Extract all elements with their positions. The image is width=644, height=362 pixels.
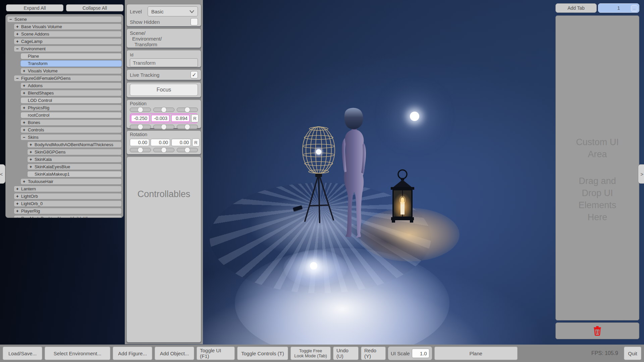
slider-knob[interactable] (161, 107, 167, 113)
tree-item-rawmodedesktopalwaysvisibleui[interactable]: +RawModeDesktopAlwaysVisibleUI (14, 215, 122, 218)
collapse-left-panel-handle[interactable]: < (0, 164, 5, 184)
expand-icon[interactable]: + (16, 208, 21, 214)
collapse-icon[interactable]: − (9, 17, 14, 22)
trash-drop-zone[interactable] (555, 322, 639, 339)
rotation-z-input[interactable] (171, 139, 191, 146)
show-hidden-checkbox[interactable] (191, 18, 198, 25)
tree-item-addons[interactable]: +Addons (20, 82, 122, 89)
add-tab-button[interactable]: Add Tab (555, 3, 597, 13)
add-object-button[interactable]: Add Object... (155, 347, 194, 360)
toggle-ui-f1-button[interactable]: Toggle UI (F1) (197, 347, 235, 360)
light-orb-0[interactable] (310, 262, 317, 269)
collapse-all-button[interactable]: Collapse All (66, 4, 123, 11)
tree-item-lightorb[interactable]: +LightOrb (14, 193, 122, 199)
tree-item-bodyandmouthaobentnormalthickness[interactable]: +BodyAndMouthAOBentNormalThickness (27, 141, 122, 148)
plane-button[interactable]: Plane (434, 347, 518, 360)
tree-item-bones[interactable]: +Bones (20, 119, 122, 126)
redo-y-button[interactable]: Redo (Y) (361, 347, 386, 360)
collapse-right-panel-handle[interactable]: > (638, 164, 644, 184)
tree-item-environment[interactable]: −Environment (14, 46, 122, 52)
level-dropdown[interactable]: Basic (148, 6, 198, 16)
tree-item-sking8gpgens[interactable]: +SkinG8GPGens (27, 149, 122, 155)
tree-item-base-visuals-volume[interactable]: +Base Visuals Volume (14, 23, 122, 30)
tree-item-skinkalamakeup1[interactable]: SkinKalaMakeup1 (27, 171, 122, 177)
expand-icon[interactable]: + (23, 90, 28, 96)
tree-item-cagelamp[interactable]: +CageLamp (14, 38, 122, 45)
tree-item-lantern[interactable]: +Lantern (14, 186, 122, 192)
expand-icon[interactable]: + (16, 32, 21, 37)
expand-icon[interactable]: + (16, 186, 21, 191)
rotation-y-slider[interactable] (153, 148, 174, 152)
live-tracking-checkbox[interactable]: ✓ (191, 71, 198, 78)
select-environment-button[interactable]: Select Environment... (45, 347, 110, 360)
rotation-z-slider[interactable] (177, 148, 198, 152)
position-x-slider[interactable] (130, 108, 151, 112)
add-figure-button[interactable]: Add Figure... (113, 347, 152, 360)
expand-icon[interactable]: + (30, 142, 35, 147)
expand-icon[interactable]: + (30, 149, 35, 155)
load-save-button[interactable]: Load/Save... (3, 347, 42, 360)
expand-icon[interactable]: + (23, 105, 28, 110)
toggle-controls-t-button[interactable]: Toggle Controls (T) (237, 347, 288, 360)
expand-icon[interactable]: + (16, 194, 21, 199)
tree-item-lightorb-0[interactable]: +LightOrb_0 (14, 200, 122, 207)
expand-icon[interactable]: + (23, 83, 28, 88)
ui-scale-input[interactable] (412, 349, 429, 358)
position-z-slider[interactable] (177, 108, 198, 112)
custom-ui-tab-1[interactable]: 1 ... (598, 3, 639, 13)
slider-knob[interactable] (161, 124, 167, 130)
slider-knob[interactable] (184, 107, 190, 113)
tree-item-skins[interactable]: −Skins (20, 134, 122, 140)
rotation-x-slider[interactable] (130, 148, 151, 152)
position-y-input[interactable] (151, 115, 170, 122)
tree-item-scene-addons[interactable]: +Scene Addons (14, 31, 122, 37)
tree-item-visuals-volume[interactable]: +Visuals Volume (20, 68, 122, 74)
expand-icon[interactable]: + (23, 120, 28, 125)
tree-item-toulousehair[interactable]: +ToulouseHair (20, 178, 122, 185)
light-orb[interactable] (410, 112, 419, 121)
slider-knob[interactable] (138, 147, 143, 153)
tree-item-blendshapes[interactable]: +BlendShapes (20, 90, 122, 96)
tree-item-figureg8femalegpgens[interactable]: −FigureG8FemaleGPGens (14, 75, 122, 81)
figure-model[interactable] (332, 107, 377, 242)
tree-item-controls[interactable]: +Controls (20, 127, 122, 133)
lantern-model[interactable] (385, 167, 420, 226)
expand-icon[interactable]: + (16, 216, 21, 218)
rotation-y-input[interactable] (151, 139, 170, 146)
expand-icon[interactable]: + (30, 164, 35, 169)
position-z-fine-slider[interactable] (177, 125, 198, 129)
position-x-input[interactable] (131, 115, 150, 122)
toggle-free-look-mode-tab-button[interactable]: Toggle Free Look Mode (Tab) (290, 347, 331, 360)
rotation-x-input[interactable] (130, 139, 149, 146)
tree-item-scene[interactable]: −Scene (7, 16, 122, 22)
slider-knob[interactable] (184, 124, 190, 130)
undo-u-button[interactable]: Undo (U) (333, 347, 359, 360)
rotation-reset-button[interactable]: R (192, 138, 200, 146)
tree-item-skinkalaeyesblue[interactable]: +SkinKalaEyesBlue (27, 164, 122, 170)
expand-all-button[interactable]: Expand All (6, 4, 63, 11)
tree-item-rootcontrol[interactable]: rootControl (20, 112, 122, 118)
focus-button[interactable]: Focus (130, 84, 198, 96)
quit-button[interactable]: Quit (624, 347, 641, 360)
slider-knob[interactable] (161, 147, 167, 153)
custom-ui-area[interactable]: Custom UI Area Drag and Drop UI Elements… (555, 15, 639, 320)
slider-knob[interactable] (184, 147, 190, 153)
tree-item-playerrig[interactable]: +PlayerRig (14, 208, 122, 214)
expand-icon[interactable]: + (30, 157, 35, 162)
tree-item-skinkala[interactable]: +SkinKala (27, 156, 122, 163)
tree-item-physicsrig[interactable]: +PhysicsRig (20, 105, 122, 111)
expand-icon[interactable]: + (16, 24, 21, 29)
ellipsis-icon[interactable]: ... (631, 5, 638, 12)
position-z-input[interactable] (171, 115, 190, 122)
id-input[interactable] (130, 58, 198, 67)
position-y-slider[interactable] (153, 108, 174, 112)
position-reset-button[interactable]: R (191, 114, 199, 122)
tree-item-lod-control[interactable]: LOD Control (20, 97, 122, 104)
expand-icon[interactable]: + (23, 179, 28, 184)
expand-icon[interactable]: + (23, 127, 28, 132)
slider-knob[interactable] (138, 107, 143, 113)
tree-item-plane[interactable]: Plane (20, 53, 122, 59)
expand-icon[interactable]: + (23, 68, 28, 73)
collapse-icon[interactable]: − (16, 76, 21, 81)
position-y-fine-slider[interactable] (153, 125, 174, 129)
